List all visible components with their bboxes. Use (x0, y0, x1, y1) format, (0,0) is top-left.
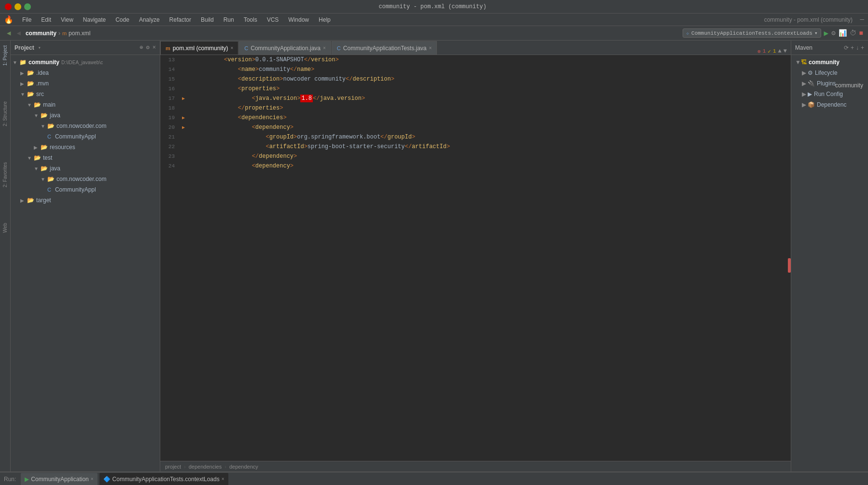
sidebar-label-structure[interactable]: 2: Structure (1, 98, 9, 129)
tree-com-nowcoder-main[interactable]: ▼ 📂 com.nowcoder.com (11, 121, 160, 131)
maven-community[interactable]: ▼ 🏗 community (791, 57, 868, 68)
maven-lifecycle-icon: ⚙ (808, 69, 813, 76)
menu-code[interactable]: Code (112, 15, 133, 24)
nav-forward-icon[interactable]: ◀ (14, 28, 22, 38)
settings-run-icon[interactable]: ⚙ (831, 29, 835, 37)
tree-communityappl-test[interactable]: C CommunityAppl (11, 184, 160, 195)
menu-file[interactable]: File (18, 15, 35, 24)
maven-community-label: community (809, 59, 840, 66)
menu-bar: 🔥 File Edit View Navigate Code Analyze R… (0, 14, 868, 26)
run-tests-close[interactable]: × (222, 476, 224, 482)
maven-lifecycle-label: Lifecycle (815, 69, 838, 76)
window-center-title: community - pom.xml (community) (764, 16, 853, 23)
maven-dependencies[interactable]: ▶ 📦 Dependenc (791, 99, 868, 110)
tree-java-test-label: java (50, 165, 60, 172)
menu-run[interactable]: Run (220, 15, 238, 24)
line-19-marker: ▶ (180, 115, 187, 121)
breadcrumb-dependency-link[interactable]: dependency (229, 464, 258, 470)
tree-resources[interactable]: ▶ 📂 resources (11, 142, 160, 152)
run-tab-tests[interactable]: 🔷 CommunityApplicationTests.contextLoads… (99, 473, 228, 485)
app-logo: 🔥 (4, 15, 14, 25)
tab-comm-label: CommunityApplication.java (251, 45, 321, 52)
stop-button[interactable]: ■ (859, 29, 863, 37)
tree-target[interactable]: ▶ 📂 target (11, 195, 160, 206)
maven-plus-icon[interactable]: + (861, 44, 864, 51)
project-dropdown-icon[interactable]: ▾ (38, 45, 41, 51)
tab-pom-close[interactable]: × (230, 45, 233, 51)
menu-edit[interactable]: Edit (37, 15, 55, 24)
tab-community-app[interactable]: C CommunityApplication.java × (239, 41, 331, 55)
maven-download-icon[interactable]: ↓ (856, 44, 859, 51)
run-tab-communityapp[interactable]: ▶ CommunityApplication × (21, 473, 97, 485)
sidebar-label-favorites[interactable]: 2: Favorites (1, 159, 9, 190)
maven-community-icon: 🏗 (801, 59, 807, 66)
menu-view[interactable]: View (57, 15, 77, 24)
run-tests-icon: 🔷 (103, 476, 111, 483)
menu-tools[interactable]: Tools (240, 15, 261, 24)
menu-analyze[interactable]: Analyze (135, 15, 164, 24)
breadcrumb: community › m pom.xml (26, 30, 91, 37)
tree-src[interactable]: ▼ 📂 src (11, 89, 160, 99)
tree-com-nowcoder-test[interactable]: ▼ 📂 com.nowcoder.com (11, 174, 160, 184)
project-locate-icon[interactable]: ⊕ (140, 44, 143, 51)
tab-community-tests[interactable]: C CommunityApplicationTests.java × (332, 41, 437, 55)
breadcrumb-file[interactable]: pom.xml (69, 30, 90, 37)
maven-runconfig-icon: ▶ (808, 91, 812, 97)
minimize-btn[interactable] (14, 3, 21, 10)
scroll-error-indicator (788, 258, 791, 273)
tab-tests-close[interactable]: × (429, 45, 432, 51)
maven-runconfig-label: Run Config (814, 91, 843, 97)
maven-add-icon[interactable]: + (851, 44, 854, 51)
breadcrumb-project-link[interactable]: project (165, 464, 181, 470)
coverage-icon[interactable]: 📊 (839, 29, 847, 37)
tree-java-main-label: java (50, 112, 60, 119)
tree-communityappl-main[interactable]: C CommunityAppl (11, 131, 160, 142)
breadcrumb-dependencies-link[interactable]: dependencies (189, 464, 222, 470)
breadcrumb-project[interactable]: community (26, 30, 56, 37)
error-count: 1 (763, 48, 766, 54)
menu-navigate[interactable]: Navigate (79, 15, 110, 24)
menu-refactor[interactable]: Refactor (166, 15, 195, 24)
tree-root[interactable]: ▼ 📁 community D:\IDEA_javaweb\c (11, 57, 160, 68)
menu-window[interactable]: Window (284, 15, 313, 24)
breadcrumb-icon: m (62, 30, 67, 36)
line-20-marker: ▶ (180, 125, 187, 130)
tree-java-test[interactable]: ▼ 📂 java (11, 163, 160, 174)
run-tab-close[interactable]: × (91, 476, 94, 482)
tree-resources-label: resources (50, 144, 75, 151)
tree-mvn[interactable]: ▶ 📂 .mvn (11, 78, 160, 89)
maven-run-config[interactable]: ▶ ▶ Run Config (791, 89, 868, 99)
sidebar-label-project[interactable]: 1: Project (1, 42, 9, 69)
maven-tree: ▼ 🏗 community ▶ ⚙ Lifecycle ▶ 🔌 Plugins … (791, 55, 868, 471)
run-config-dropdown[interactable]: ⬦ CommunityApplicationTests.contextLoads… (683, 28, 821, 38)
code-editor[interactable]: 13 <version>0.0.1-SNAPSHOT</version> 14 … (160, 55, 791, 461)
run-button[interactable]: ▶ (824, 28, 829, 38)
maven-lifecycle[interactable]: ▶ ⚙ Lifecycle (791, 68, 868, 78)
tree-idea[interactable]: ▶ 📂 .idea (11, 68, 160, 78)
project-title: Project (14, 44, 34, 51)
tab-pom-xml[interactable]: m pom.xml (community) × (160, 41, 238, 55)
tab-comm-close[interactable]: × (323, 45, 326, 51)
project-settings-icon[interactable]: ⚙ (146, 44, 150, 51)
scroll-up-icon[interactable]: ▲ (778, 48, 782, 55)
tree-root-label: community (28, 59, 59, 66)
warning-count: 1 (773, 48, 776, 54)
menu-build[interactable]: Build (197, 15, 218, 24)
tree-java-main[interactable]: ▼ 📂 java (11, 110, 160, 121)
minimize-window-icon[interactable]: ─ (854, 16, 864, 24)
close-btn[interactable] (5, 3, 12, 10)
scroll-down-icon[interactable]: ▼ (784, 48, 787, 55)
menu-help[interactable]: Help (315, 15, 335, 24)
menu-vcs[interactable]: VCS (263, 15, 283, 24)
nav-back-icon[interactable]: ◀ (5, 28, 13, 38)
tree-communityappl-main-label: CommunityAppl (55, 133, 96, 140)
sidebar-label-web[interactable]: Web (1, 220, 9, 236)
tree-test[interactable]: ▼ 📂 test (11, 152, 160, 163)
tree-main[interactable]: ▼ 📂 main (11, 99, 160, 110)
main-layout: 1: Project 2: Structure 2: Favorites Web… (0, 41, 868, 471)
profile-icon[interactable]: ⏱ (850, 29, 856, 37)
maven-refresh-icon[interactable]: ⟳ (844, 44, 849, 51)
project-close-icon[interactable]: × (153, 44, 156, 51)
maven-deps-icon: 📦 (808, 101, 815, 108)
maximize-btn[interactable] (24, 3, 31, 10)
